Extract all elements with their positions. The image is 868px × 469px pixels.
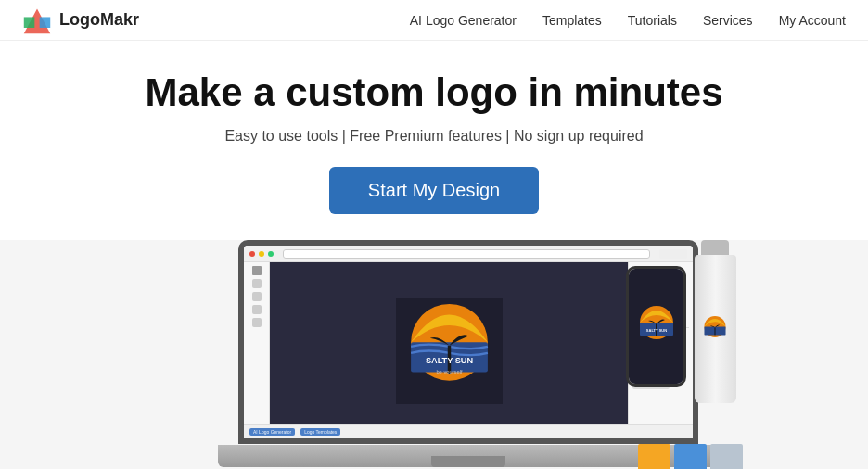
cta-start-design-button[interactable]: Start My Design bbox=[329, 167, 539, 214]
logo-templates-btn[interactable]: Logo Templates bbox=[300, 428, 340, 436]
hero-title: Make a custom logo in minutes bbox=[15, 70, 853, 115]
nav-templates[interactable]: Templates bbox=[542, 13, 602, 28]
logo-link[interactable]: LogoMakr bbox=[22, 6, 139, 35]
swatch-orange bbox=[638, 444, 670, 469]
color-swatches bbox=[638, 444, 743, 469]
svg-text:be yourself: be yourself bbox=[436, 368, 463, 374]
svg-text:SALTY SUN: SALTY SUN bbox=[425, 356, 473, 365]
nav-links: AI Logo Generator Templates Tutorials Se… bbox=[410, 13, 846, 28]
ai-logo-gen-btn[interactable]: AI Logo Generator bbox=[249, 428, 295, 436]
svg-rect-2 bbox=[40, 17, 51, 28]
canvas-logo-icon: SALTY SUN be yourself bbox=[396, 298, 503, 404]
hero-subtitle: Easy to use tools | Free Premium feature… bbox=[15, 128, 853, 145]
logo-icon bbox=[22, 6, 52, 35]
hero-section: Make a custom logo in minutes Easy to us… bbox=[0, 41, 868, 225]
phone-mockup: SALTY SUN be yourself bbox=[626, 266, 686, 387]
nav-tutorials[interactable]: Tutorials bbox=[628, 13, 677, 28]
swatch-blue bbox=[674, 444, 707, 469]
demo-section: SALTY SUN be yourself bbox=[0, 240, 868, 469]
svg-text:SALTY SUN: SALTY SUN bbox=[645, 328, 666, 333]
svg-rect-1 bbox=[24, 17, 35, 28]
logo-text: LogoMakr bbox=[59, 10, 139, 30]
nav-my-account[interactable]: My Account bbox=[779, 13, 846, 28]
navbar: LogoMakr AI Logo Generator Templates Tut… bbox=[0, 0, 868, 41]
bottle-logo-icon bbox=[700, 314, 730, 344]
svg-text:be yourself: be yourself bbox=[650, 335, 662, 337]
nav-services[interactable]: Services bbox=[703, 13, 753, 28]
bottle-mockup bbox=[687, 240, 743, 444]
phone-logo-icon: SALTY SUN be yourself bbox=[633, 303, 680, 349]
swatch-light-blue bbox=[710, 444, 743, 469]
nav-ai-logo-generator[interactable]: AI Logo Generator bbox=[410, 13, 517, 28]
